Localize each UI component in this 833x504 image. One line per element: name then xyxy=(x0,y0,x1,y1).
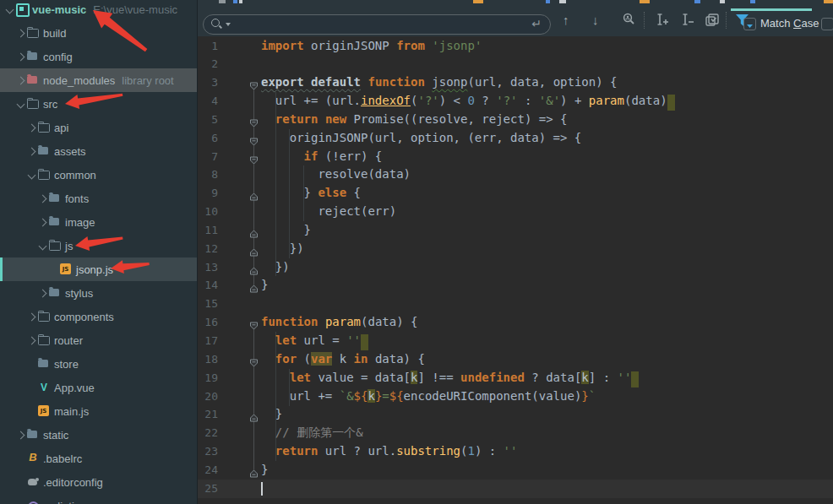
fold-marker-close[interactable] xyxy=(249,189,259,198)
code-line-2[interactable]: 2 xyxy=(198,55,833,73)
fold-marker-open[interactable] xyxy=(249,134,259,143)
code-line-12[interactable]: 12 }) xyxy=(198,240,833,258)
chevron-components[interactable] xyxy=(27,312,38,322)
toolbar-remnant xyxy=(219,0,226,3)
tree-item-App-vue[interactable]: App.vue xyxy=(0,376,197,399)
prev-occurrence-icon[interactable]: ↑ xyxy=(563,14,569,27)
tree-item-main-js[interactable]: main.js xyxy=(0,399,197,423)
folder-icon xyxy=(38,311,52,322)
code-line-24[interactable]: 24} xyxy=(198,461,833,480)
select-all-occurrences-icon[interactable] xyxy=(705,13,720,30)
code-line-23[interactable]: 23 return url ? url.substring(1) : '' xyxy=(198,442,833,461)
tree-item-node_modules[interactable]: node_moduleslibrary root xyxy=(0,68,197,92)
code-line-4[interactable]: 4 url += (url.indexOf('?') < 0 ? '?' : '… xyxy=(198,92,833,111)
tree-item-components[interactable]: components xyxy=(0,305,197,328)
chevron-api[interactable] xyxy=(27,122,38,133)
code-line-11[interactable]: 11 } xyxy=(198,221,833,240)
fold-marker-open[interactable] xyxy=(249,116,259,124)
fold-marker-close[interactable] xyxy=(249,226,259,235)
tree-item-common[interactable]: common xyxy=(0,163,197,187)
code-line-18[interactable]: 18 for (var k in data) { xyxy=(198,350,833,369)
match-case-checkbox[interactable] xyxy=(743,18,756,30)
code-line-13[interactable]: 13 }) xyxy=(198,258,833,277)
remove-selection-icon[interactable] xyxy=(680,13,695,30)
fold-marker-open[interactable] xyxy=(249,318,259,327)
tree-item-build[interactable]: build xyxy=(0,21,197,45)
tree-item-src[interactable]: src xyxy=(0,92,197,116)
tree-item-store[interactable]: store xyxy=(0,352,197,376)
chevron-build[interactable] xyxy=(16,28,27,39)
tree-item-babelrc[interactable]: .babelrc xyxy=(0,447,197,470)
search-input[interactable] xyxy=(231,19,550,31)
tree-item-editorconfig[interactable]: .editorconfig xyxy=(0,470,197,494)
fold-marker-close[interactable] xyxy=(249,281,259,290)
line-number: 8 xyxy=(198,165,218,184)
code-line-7[interactable]: 7 if (!err) { xyxy=(198,148,833,166)
chevron-stylus[interactable] xyxy=(38,288,49,299)
chevron-project-root[interactable] xyxy=(5,4,16,15)
code-line-5[interactable]: 5 return new Promise((resolve, reject) =… xyxy=(198,111,833,129)
chevron-static[interactable] xyxy=(16,430,27,441)
match-case-label[interactable]: Match Case xyxy=(760,17,819,30)
code-line-9[interactable]: 9 } else { xyxy=(198,184,833,203)
code-line-6[interactable]: 6 originJSONP(url, option, (err, data) =… xyxy=(198,129,833,148)
fold-marker-open[interactable] xyxy=(249,355,259,364)
chevron-config[interactable] xyxy=(16,51,27,62)
tree-item-label: image xyxy=(65,216,95,229)
tree-item-jsonp-js[interactable]: jsonp.js xyxy=(0,257,197,281)
line-number: 20 xyxy=(198,387,218,406)
code-line-25[interactable]: 25 xyxy=(198,480,833,498)
tree-item-static[interactable]: static xyxy=(0,423,197,447)
fold-marker-close[interactable] xyxy=(249,245,259,253)
code-line-16[interactable]: 16function param(data) { xyxy=(198,313,833,332)
code-line-21[interactable]: 21 } xyxy=(198,405,833,424)
tree-item-assets[interactable]: assets xyxy=(0,139,197,163)
chevron-common[interactable] xyxy=(27,170,38,181)
chevron-node_modules[interactable] xyxy=(16,75,27,86)
tree-item-project-root[interactable]: vue-music E:\vue\vue-music xyxy=(0,0,197,21)
search-field[interactable]: ↵ xyxy=(203,14,551,35)
code-line-22[interactable]: 22 // 删除第一个& xyxy=(198,424,833,442)
tree-item-image[interactable]: image xyxy=(0,210,197,234)
code-line-14[interactable]: 14} xyxy=(198,276,833,295)
code-text: url += (url.indexOf('?') < 0 ? '?' : '&'… xyxy=(261,92,675,111)
next-occurrence-icon[interactable]: ↓ xyxy=(592,14,599,27)
chevron-src[interactable] xyxy=(16,99,27,110)
tree-item-label: jsonp.js xyxy=(76,263,113,276)
find-usages-icon[interactable] xyxy=(622,13,636,30)
code-line-19[interactable]: 19 let value = data[k] !== undefined ? d… xyxy=(198,369,833,387)
tree-item-fonts[interactable]: fonts xyxy=(0,187,197,210)
code-line-10[interactable]: 10 reject(err) xyxy=(198,203,833,221)
code-line-20[interactable]: 20 url += `&${k}=${encodeURIComponent(va… xyxy=(198,387,833,406)
folder-icon xyxy=(49,240,63,252)
add-selection-icon[interactable] xyxy=(655,13,670,30)
code-editor[interactable]: 1import originJSONP from 'jsonp'23export… xyxy=(198,36,833,504)
words-checkbox[interactable] xyxy=(821,18,833,30)
tree-item-eslintignore[interactable]: .eslintignore xyxy=(0,494,197,504)
code-text: } xyxy=(261,461,268,480)
tree-item-label: main.js xyxy=(54,405,89,418)
code-line-8[interactable]: 8 resolve(data) xyxy=(198,165,833,184)
chevron-js[interactable] xyxy=(38,241,49,252)
chevron-image[interactable] xyxy=(38,217,49,228)
code-line-3[interactable]: 3export default function jsonp(url, data… xyxy=(198,73,833,92)
code-line-1[interactable]: 1import originJSONP from 'jsonp' xyxy=(198,37,833,56)
tree-item-router[interactable]: router xyxy=(0,328,197,352)
chevron-assets[interactable] xyxy=(27,146,38,157)
fold-marker-close[interactable] xyxy=(249,466,259,474)
code-line-15[interactable]: 15 xyxy=(198,295,833,313)
fold-marker-open[interactable] xyxy=(249,153,259,161)
folder-icon xyxy=(38,358,52,370)
chevron-fonts[interactable] xyxy=(38,193,49,204)
fold-marker-close[interactable] xyxy=(249,410,259,419)
fold-marker-open[interactable] xyxy=(249,79,259,87)
tree-item-stylus[interactable]: stylus xyxy=(0,281,197,305)
line-number: 4 xyxy=(198,92,218,111)
code-text xyxy=(261,480,263,498)
chevron-router[interactable] xyxy=(27,335,38,346)
tree-item-config[interactable]: config xyxy=(0,45,197,68)
fold-marker-close[interactable] xyxy=(249,263,259,272)
tree-item-js[interactable]: js xyxy=(0,234,197,257)
tree-item-api[interactable]: api xyxy=(0,116,197,139)
code-line-17[interactable]: 17 let url = '' xyxy=(198,332,833,350)
